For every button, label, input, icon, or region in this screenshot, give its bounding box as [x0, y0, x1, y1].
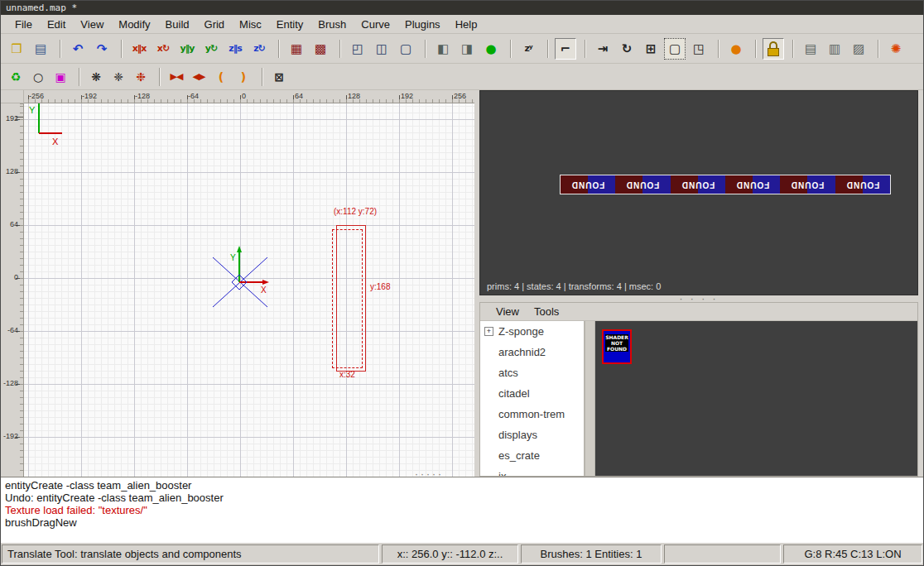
toolbar-separator — [262, 68, 263, 86]
texture-brick-icon[interactable]: ▦ — [286, 38, 307, 60]
menu-entity[interactable]: Entity — [269, 16, 311, 33]
toolbar-separator — [121, 40, 123, 58]
console-window-icon[interactable]: ▥ — [824, 38, 845, 60]
viewport-3d[interactable]: FOUND FOUND FOUND FOUND FOUND FOUND prim… — [479, 90, 918, 295]
brush-textured-strip[interactable]: FOUND FOUND FOUND FOUND FOUND FOUND — [560, 175, 891, 194]
menu-curve[interactable]: Curve — [354, 16, 397, 33]
menu-build[interactable]: Build — [158, 16, 197, 33]
view-change-icon[interactable]: ◰ — [347, 38, 368, 60]
texture-folder-item[interactable]: arachnid2 — [480, 342, 584, 362]
shader-not-found-tile: FOUND — [780, 175, 835, 194]
prism-brush-icon[interactable]: ◧ — [432, 38, 454, 60]
translate-tool-icon[interactable]: ⇥ — [592, 38, 614, 60]
texture-preview-area[interactable]: SHADER NOT FOUND — [595, 321, 917, 476]
texture-folder-item[interactable]: displays — [480, 424, 584, 445]
sphere-orange-icon[interactable]: ● — [725, 38, 747, 60]
status-bar: Translate Tool: translate objects and co… — [1, 543, 923, 565]
model-bug-icon[interactable]: ❉ — [131, 67, 151, 87]
ruler-label: 64 — [295, 92, 303, 100]
view-split-icon[interactable]: ◫ — [371, 38, 392, 60]
toolbar-separator — [510, 40, 512, 58]
shader-not-found-thumbnail[interactable]: SHADER NOT FOUND — [602, 329, 632, 364]
scale-tool-icon[interactable]: ⊞ — [640, 38, 662, 60]
splitter-3d-textures[interactable]: · · · · — [479, 295, 918, 302]
texture-folder-item[interactable]: + Z-sponge — [480, 321, 584, 342]
menu-brush[interactable]: Brush — [310, 16, 354, 33]
texture-folder-list[interactable]: + Z-sponge arachnid2 atcs citadel common… — [480, 321, 585, 476]
ruler-label: 256 — [454, 92, 466, 100]
selection-rect-dashed[interactable] — [332, 229, 363, 368]
toolbar-separator — [585, 40, 586, 58]
texture-folder-item[interactable]: common-trem — [480, 404, 584, 424]
ruler-label: -192 — [82, 92, 97, 100]
selection-height-label: y:168 — [370, 282, 390, 291]
menu-plugins[interactable]: Plugins — [397, 16, 448, 33]
texture-brick2-icon[interactable]: ▩ — [310, 38, 331, 60]
flip-y-icon[interactable]: y‖y — [176, 38, 198, 60]
rotate-y-icon[interactable]: y↻ — [200, 38, 222, 60]
texture-folder-item[interactable]: es_crate — [480, 445, 584, 466]
rotate-z-icon[interactable]: z↻ — [248, 38, 270, 60]
surface-dialog-icon[interactable]: zʸ — [517, 38, 539, 60]
texture-folder-item[interactable]: citadel — [480, 383, 584, 404]
thumb-line: SHADER — [605, 334, 628, 340]
curve-close-icon[interactable]: ) — [233, 67, 253, 87]
corner-tool-icon[interactable]: ⌐ — [555, 38, 576, 60]
folder-label: citadel — [498, 387, 530, 400]
tex-menu-view[interactable]: View — [488, 305, 527, 318]
model-spider-icon[interactable]: ❋ — [86, 67, 106, 87]
menu-help[interactable]: Help — [448, 16, 485, 33]
redo-icon[interactable]: ↷ — [91, 38, 113, 60]
cone-brush-icon[interactable]: ◨ — [456, 38, 478, 60]
plugin-swirl-icon[interactable]: ✺ — [885, 38, 907, 60]
texture-lock-icon[interactable] — [763, 38, 784, 60]
ring-icon[interactable]: ○ — [28, 67, 48, 87]
hide-textures-icon[interactable]: ⊠ — [269, 67, 289, 87]
menu-edit[interactable]: Edit — [40, 16, 73, 33]
toolbar-separator — [878, 40, 879, 58]
undo-icon[interactable]: ↶ — [67, 38, 89, 60]
refresh-models-icon[interactable]: ♻ — [6, 67, 26, 87]
sphere-brush-icon[interactable]: ● — [480, 38, 502, 60]
viewport-2d[interactable]: -256 -192 -128 -64 0 64 128 192 256 192 … — [1, 90, 474, 477]
splitter-handle[interactable]: ····· — [415, 472, 444, 477]
tex-menu-tools[interactable]: Tools — [527, 305, 566, 318]
menu-misc[interactable]: Misc — [232, 16, 269, 33]
rotate-tool-icon[interactable]: ↻ — [616, 38, 638, 60]
texture-list-scrollbar[interactable] — [585, 321, 595, 476]
texture-browser: View Tools + Z-sponge arachnid2 atcs cit… — [479, 302, 918, 477]
texture-folder-item[interactable]: ix — [480, 466, 584, 476]
view-single-icon[interactable]: ▢ — [395, 38, 416, 60]
folder-label: common-trem — [498, 408, 565, 420]
cap-inward-icon[interactable]: ▶◀ — [166, 67, 186, 87]
console-log[interactable]: entityCreate -class team_alien_booster U… — [1, 477, 923, 543]
grid-canvas[interactable] — [24, 103, 474, 477]
media-magenta-icon[interactable]: ▣ — [51, 67, 70, 87]
model-spider2-icon[interactable]: ❈ — [108, 67, 128, 87]
open-folder-icon[interactable]: ❒ — [6, 38, 27, 60]
save-icon[interactable]: ▤ — [30, 38, 51, 60]
rotate-x-icon[interactable]: x↻ — [152, 38, 174, 60]
title-bar[interactable]: unnamed.map * — [1, 1, 923, 15]
texture-folder-item[interactable]: atcs — [480, 362, 584, 383]
select-marquee-icon[interactable]: ▢ — [664, 38, 686, 60]
flip-z-icon[interactable]: z‖s — [224, 38, 246, 60]
menu-modify[interactable]: Modify — [111, 16, 157, 33]
texture-window-icon[interactable]: ▨ — [848, 38, 869, 60]
resize-tool-icon[interactable]: ◳ — [688, 38, 710, 60]
log-line: Undo: entityCreate -class team_alien_boo… — [5, 492, 919, 504]
entity-list-icon[interactable]: ▤ — [800, 38, 821, 60]
ruler-label: 64 — [10, 220, 18, 228]
curve-open-icon[interactable]: ( — [211, 67, 231, 87]
main-area: -256 -192 -128 -64 0 64 128 192 256 192 … — [1, 90, 923, 477]
toolbar-row-1: ❒ ▤ ↶ ↷ x‖x x↻ y‖y y↻ z‖s z↻ ▦ ▩ ◰ ◫ ▢ ◧… — [1, 34, 923, 64]
menu-view[interactable]: View — [73, 16, 111, 33]
status-spacer — [664, 544, 781, 564]
menu-grid[interactable]: Grid — [197, 16, 233, 33]
status-tool: Translate Tool: translate objects and co… — [2, 544, 379, 564]
menu-file[interactable]: File — [7, 16, 40, 33]
ruler-label: -64 — [7, 326, 18, 334]
cap-outward-icon[interactable]: ◀▶ — [189, 67, 209, 87]
expander-icon[interactable]: + — [484, 327, 493, 336]
flip-x-icon[interactable]: x‖x — [128, 38, 150, 60]
